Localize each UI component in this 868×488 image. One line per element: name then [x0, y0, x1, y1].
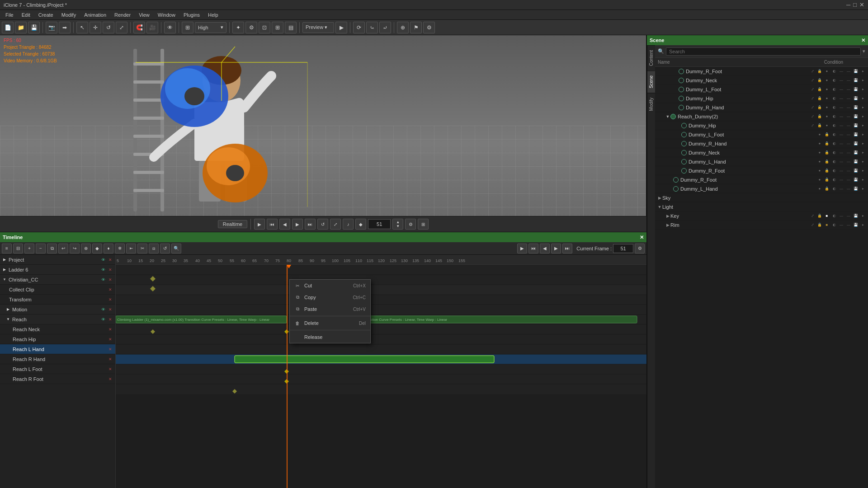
preview-dropdown[interactable]: Preview ▾ — [302, 22, 334, 33]
track-christian-cc[interactable]: ▼ Christian_CC 👁 ✕ — [0, 275, 115, 285]
lock-icon[interactable]: 🔒 — [824, 159, 830, 165]
columns-btn[interactable]: ⊞ — [418, 219, 429, 230]
shade-icon[interactable]: ◐ — [831, 77, 837, 84]
scene-item-light[interactable]: ▼ Light — [655, 202, 868, 211]
dash-icon[interactable]: — — [838, 141, 844, 147]
dash-icon[interactable]: — — [838, 213, 844, 219]
tracks-area[interactable]: Climbing Ladder (1)_mixamo.com (x1.00) T… — [116, 265, 646, 488]
rotate-btn[interactable]: ↺ — [103, 22, 114, 33]
visible-icon[interactable]: ● — [816, 186, 823, 192]
track-reach-r-hand[interactable]: Reach R Hand ✕ — [0, 354, 115, 364]
new-file-btn[interactable]: 📄 — [2, 22, 14, 33]
visible-icon[interactable]: ● — [824, 86, 830, 93]
track-reach-l-hand[interactable]: Reach L Hand ✕ — [0, 344, 115, 354]
track-motion[interactable]: ▶ Motion 👁 ✕ — [0, 305, 115, 314]
shade-icon[interactable]: ◐ — [831, 177, 837, 183]
shade-icon[interactable]: ◐ — [831, 222, 837, 228]
tl-motion-btn[interactable]: ♦ — [104, 244, 113, 253]
minus-icon[interactable]: — — [845, 68, 852, 75]
minimize-btn[interactable]: ─ — [846, 1, 850, 8]
link-icon[interactable]: ⤤ — [809, 222, 816, 228]
export-btn[interactable]: ➡ — [59, 22, 71, 33]
minus-icon[interactable]: — — [845, 168, 852, 174]
expand-icon[interactable]: ▶ — [665, 213, 670, 219]
video-btn[interactable]: ▶ — [335, 22, 347, 33]
tl-prev-btn[interactable]: ◀ — [540, 244, 550, 253]
scene-item-dummy-hip-1[interactable]: Dummy_Hip ⤤ 🔒 ● ◐ — — 💾 ▸ — [655, 94, 868, 103]
scene-item-sky[interactable]: ▶ Sky — [655, 193, 868, 202]
scene-item-rim[interactable]: ▶ Rim ⤤ 🔒 ■ ◐ — — 💾 ▸ — [655, 221, 868, 230]
expand-icon[interactable]: ▼ — [2, 277, 7, 282]
move-btn[interactable]: ✛ — [90, 22, 101, 33]
minus-icon[interactable]: — — [845, 186, 852, 192]
more-icon[interactable]: ▸ — [860, 77, 866, 84]
save-icon[interactable]: 💾 — [853, 159, 859, 165]
save-icon[interactable]: 💾 — [853, 177, 859, 183]
more-icon[interactable]: ▸ — [860, 122, 866, 129]
expand-btn[interactable]: ⤢ — [330, 219, 341, 230]
link-icon[interactable]: ⤤ — [809, 95, 816, 102]
more-icon[interactable]: ▸ — [860, 68, 866, 75]
dash-icon[interactable]: — — [838, 186, 844, 192]
expand-icon[interactable]: ▶ — [5, 307, 11, 312]
expand-icon[interactable]: ▼ — [665, 114, 670, 119]
remove-track-btn[interactable]: ✕ — [107, 376, 113, 382]
tab-scene[interactable]: Scene — [647, 70, 655, 93]
tab-modify[interactable]: Modify — [647, 93, 655, 115]
menu-window[interactable]: Window — [154, 11, 179, 19]
scene-item-key[interactable]: ▶ Key ⤤ 🔒 ■ ◐ — — 💾 ▸ — [655, 211, 868, 221]
minus-icon[interactable]: — — [845, 141, 852, 147]
save-icon[interactable]: 💾 — [853, 86, 859, 93]
shade-icon[interactable]: ◐ — [831, 159, 837, 165]
remove-track-btn[interactable]: ✕ — [107, 306, 113, 313]
tl-snap-btn[interactable]: ⊕ — [81, 244, 91, 253]
remove-track-btn[interactable]: ✕ — [107, 366, 113, 372]
tl-undo-btn[interactable]: ↩ — [58, 244, 68, 253]
scene-item-dummy-l-foot-2[interactable]: Dummy_L_Foot ● 🔒 ◐ — — 💾 ▸ — [655, 130, 868, 139]
link-icon[interactable]: ⤤ — [809, 213, 816, 219]
lock-icon[interactable]: 🔒 — [816, 77, 823, 84]
shade-icon[interactable]: ◐ — [831, 213, 837, 219]
frame-input[interactable]: 51 — [368, 219, 391, 229]
dash-icon[interactable]: — — [838, 77, 844, 84]
more-icon[interactable]: ▸ — [860, 131, 866, 138]
minus-icon[interactable]: — — [845, 213, 852, 219]
save-icon[interactable]: 💾 — [853, 68, 859, 75]
lock-icon[interactable]: 🔒 — [824, 186, 830, 192]
lock-icon[interactable]: 🔒 — [816, 113, 823, 120]
minus-icon[interactable]: — — [845, 122, 852, 129]
anim1-btn[interactable]: ⟳ — [353, 22, 365, 33]
save-icon[interactable]: 💾 — [853, 213, 859, 219]
link-icon[interactable]: ⤤ — [809, 77, 816, 84]
light-btn[interactable]: ✦ — [232, 22, 244, 33]
shade-icon[interactable]: ◐ — [831, 95, 837, 102]
scene-item-dummy-r-foot-1[interactable]: Dummy_R_Foot ⤤ 🔒 ● ◐ — — 💾 ▸ — [655, 67, 868, 76]
tl-collapse-btn[interactable]: ⊟ — [13, 244, 23, 253]
expand-icon[interactable]: ▼ — [5, 317, 11, 322]
link-icon[interactable]: ⤤ — [809, 104, 816, 111]
expand-icon[interactable]: ▼ — [657, 204, 662, 210]
lock-icon[interactable]: 🔒 — [816, 122, 823, 129]
save-icon[interactable]: 💾 — [853, 104, 859, 111]
prev-frame-btn[interactable]: ◀ — [279, 219, 290, 230]
track-collect-clip[interactable]: Collect Clip ✕ — [0, 285, 115, 295]
menu-modify[interactable]: Modify — [58, 11, 80, 19]
save-icon[interactable]: 💾 — [853, 186, 859, 192]
minus-icon[interactable]: — — [845, 113, 852, 120]
save-icon[interactable]: 💾 — [853, 150, 859, 156]
remove-track-btn[interactable]: ✕ — [107, 316, 113, 323]
visible-icon[interactable]: ■ — [824, 222, 830, 228]
track-reach-neck[interactable]: Reach Neck ✕ — [0, 324, 115, 334]
dash-icon[interactable]: — — [838, 131, 844, 138]
timeline-ruler[interactable]: 5 10 15 20 25 30 35 40 45 50 55 — [116, 255, 646, 265]
dash-icon[interactable]: — — [838, 104, 844, 111]
dash-icon[interactable]: — — [838, 177, 844, 183]
save-icon[interactable]: 💾 — [853, 131, 859, 138]
link-icon[interactable]: ⤤ — [809, 86, 816, 93]
settings-btn[interactable]: ⚙ — [405, 219, 416, 230]
lock-icon[interactable]: 🔒 — [816, 95, 823, 102]
visible-icon[interactable]: ● — [816, 131, 823, 138]
tl-expand-all-btn[interactable]: ≡ — [2, 244, 12, 253]
dash-icon[interactable]: — — [838, 159, 844, 165]
lock-icon[interactable]: 🔒 — [824, 168, 830, 174]
